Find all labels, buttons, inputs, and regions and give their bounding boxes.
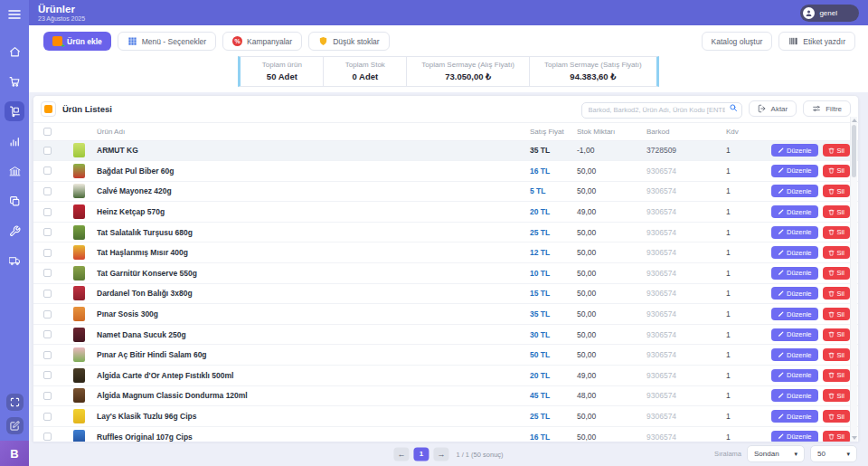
row-checkbox[interactable] [43, 269, 52, 277]
page-date: 23 Ağustos 2025 [38, 15, 85, 22]
filter-button[interactable]: Filtre [803, 100, 851, 117]
edit-button[interactable]: Düzenle [771, 144, 818, 157]
campaigns-button[interactable]: % Kampanyalar [222, 32, 302, 51]
delete-button[interactable]: Sil [823, 246, 850, 259]
product-price-link[interactable]: 20 TL [530, 371, 577, 380]
sidebar-item-documents[interactable] [5, 191, 24, 211]
edit-button[interactable]: Düzenle [771, 185, 818, 197]
row-checkbox[interactable] [43, 433, 52, 441]
product-price-link[interactable]: 10 TL [530, 269, 577, 278]
edit-button[interactable]: Düzenle [771, 308, 818, 320]
row-checkbox[interactable] [43, 249, 52, 257]
product-price-link[interactable]: 15 TL [530, 289, 577, 298]
delete-button[interactable]: Sil [823, 348, 850, 361]
edit-button[interactable]: Düzenle [771, 226, 818, 239]
row-checkbox[interactable] [43, 392, 52, 400]
sidebar-item-reports[interactable] [5, 131, 24, 151]
product-price-link[interactable]: 35 TL [530, 146, 577, 155]
delete-button[interactable]: Sil [823, 185, 850, 197]
menu-options-button[interactable]: Menü - Seçenekler [118, 32, 216, 51]
prev-page-button[interactable]: ← [393, 447, 409, 461]
add-product-button[interactable]: Ürün ekle [43, 32, 111, 51]
row-checkbox[interactable] [43, 371, 52, 379]
edit-button[interactable]: Düzenle [771, 410, 818, 423]
edit-button[interactable]: Düzenle [771, 369, 818, 382]
edit-button[interactable]: Düzenle [771, 348, 818, 361]
low-stocks-button[interactable]: Düşük stoklar [308, 32, 390, 51]
next-page-button[interactable]: → [433, 447, 448, 461]
sidebar-item-delivery[interactable] [5, 251, 24, 271]
sidebar-item-tools[interactable] [5, 221, 24, 241]
row-checkbox[interactable] [43, 166, 52, 175]
row-checkbox[interactable] [43, 351, 52, 359]
quick-edit-button[interactable] [6, 417, 24, 434]
delete-button[interactable]: Sil [823, 267, 850, 280]
delete-button[interactable]: Sil [823, 328, 850, 341]
product-price-link[interactable]: 50 TL [530, 350, 577, 359]
row-checkbox[interactable] [43, 413, 52, 421]
edit-button[interactable]: Düzenle [771, 246, 818, 259]
row-checkbox[interactable] [43, 310, 52, 319]
row-checkbox[interactable] [43, 330, 52, 338]
table-scrollbar[interactable] [850, 117, 857, 442]
edit-button[interactable]: Düzenle [771, 165, 818, 177]
select-all-checkbox[interactable] [43, 128, 52, 136]
sort-select[interactable]: Sondan ▾ [747, 445, 805, 462]
edit-button[interactable]: Düzenle [771, 328, 818, 341]
delete-button[interactable]: Sil [823, 287, 850, 300]
row-checkbox[interactable] [43, 187, 52, 195]
delete-button[interactable]: Sil [823, 226, 850, 239]
trash-icon [828, 352, 835, 358]
edit-button[interactable]: Düzenle [771, 389, 818, 402]
edit-button[interactable]: Düzenle [771, 287, 818, 300]
delete-button[interactable]: Sil [823, 431, 850, 442]
list-view-toggle[interactable] [41, 101, 56, 117]
delete-button[interactable]: Sil [823, 205, 850, 218]
edit-button[interactable]: Düzenle [771, 431, 818, 442]
product-price-link[interactable]: 45 TL [530, 391, 577, 400]
edit-label: Düzenle [787, 413, 812, 421]
product-price-link[interactable]: 12 TL [530, 248, 577, 257]
trash-icon [828, 433, 835, 440]
sidebar-item-home[interactable] [5, 42, 24, 62]
current-page-button[interactable]: 1 [413, 447, 429, 461]
product-price-link[interactable]: 30 TL [530, 330, 577, 339]
export-button[interactable]: Aktar [749, 100, 797, 117]
sidebar-item-bank[interactable] [5, 161, 24, 181]
search-icon[interactable] [729, 103, 738, 112]
row-checkbox[interactable] [43, 147, 52, 155]
product-price-link[interactable]: 20 TL [530, 207, 577, 216]
delete-button[interactable]: Sil [823, 165, 850, 177]
product-price-link[interactable]: 16 TL [530, 166, 577, 176]
edit-button[interactable]: Düzenle [771, 205, 818, 218]
delete-button[interactable]: Sil [823, 410, 850, 423]
pencil-icon [778, 414, 784, 420]
row-checkbox[interactable] [43, 290, 52, 298]
sidebar-item-sales[interactable] [5, 71, 24, 91]
product-price-link[interactable]: 25 TL [530, 412, 577, 421]
delete-button[interactable]: Sil [823, 144, 850, 157]
row-checkbox[interactable] [43, 208, 52, 216]
user-menu-button[interactable]: genel [800, 5, 859, 22]
product-name: Tat Garnitür Konserve 550g [97, 269, 530, 278]
product-price-link[interactable]: 25 TL [530, 228, 577, 237]
delete-button[interactable]: Sil [823, 308, 850, 320]
delete-button[interactable]: Sil [823, 369, 850, 382]
fullscreen-button[interactable] [6, 394, 24, 411]
scroll-up-arrow-icon[interactable] [852, 119, 857, 122]
scroll-down-arrow-icon[interactable] [852, 436, 857, 440]
page-size-select[interactable]: 50 ▾ [810, 445, 857, 462]
hamburger-menu-icon[interactable] [7, 7, 22, 22]
print-labels-button[interactable]: Etiket yazdır [778, 32, 855, 51]
row-checkbox[interactable] [43, 228, 52, 236]
scrollbar-thumb[interactable] [852, 125, 856, 177]
sidebar-item-products[interactable] [5, 101, 24, 121]
product-price-link[interactable]: 35 TL [530, 309, 577, 319]
product-price-link[interactable]: 16 TL [530, 433, 577, 442]
create-catalog-button[interactable]: Katalog oluştur [702, 32, 773, 51]
product-name: Lay's Klasik Tuzlu 96g Cips [97, 412, 530, 421]
product-price-link[interactable]: 5 TL [530, 186, 577, 195]
delete-button[interactable]: Sil [823, 389, 850, 402]
search-input[interactable] [581, 102, 742, 119]
edit-button[interactable]: Düzenle [771, 267, 818, 280]
